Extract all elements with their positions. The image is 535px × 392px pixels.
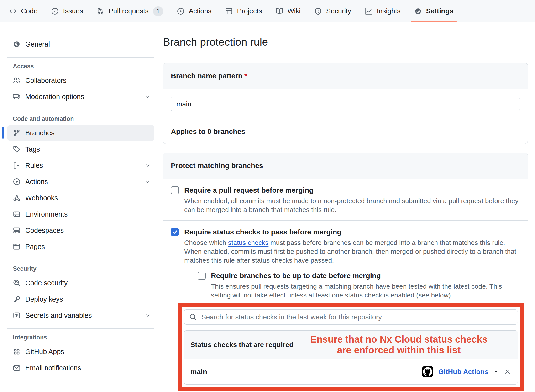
rule-label[interactable]: Require status checks to pass before mer… — [184, 227, 520, 237]
rule-label[interactable]: Require branches to be up to date before… — [211, 271, 520, 281]
protect-matching-branches-card: Protect matching branches Require a pull… — [163, 153, 528, 392]
webhook-icon — [13, 194, 21, 202]
pull-request-icon — [97, 7, 104, 15]
chevron-down-icon — [145, 312, 151, 319]
rule-description-pre: Choose which — [184, 239, 228, 246]
applies-to-branches: Applies to 0 branches — [163, 119, 528, 144]
tab-label: Pull requests — [109, 7, 149, 15]
branch-name-pattern-input[interactable] — [171, 97, 520, 111]
branch-name-pattern-card: Branch name pattern* Applies to 0 branch… — [163, 63, 528, 144]
sidebar-item-label: Deploy keys — [25, 295, 63, 303]
tag-icon — [13, 145, 21, 153]
sidebar-item-label: General — [25, 40, 50, 48]
sidebar-item-branches[interactable]: Branches — [7, 125, 154, 141]
remove-status-check-icon[interactable] — [504, 368, 511, 376]
sidebar-item-pages[interactable]: Pages — [7, 239, 154, 254]
pull-request-count-badge: 1 — [153, 6, 163, 16]
discussion-icon — [13, 93, 21, 101]
tab-projects[interactable]: Projects — [225, 0, 262, 22]
server-icon — [13, 210, 21, 218]
annotation-line-2: are enforced within this list — [294, 345, 504, 355]
code-icon — [9, 7, 17, 15]
sidebar-item-label: Pages — [25, 243, 45, 251]
gear-icon — [13, 40, 21, 48]
sidebar-item-codespaces[interactable]: Codespaces — [7, 222, 154, 238]
sidebar-item-webhooks[interactable]: Webhooks — [7, 190, 154, 206]
tab-label: Settings — [426, 7, 453, 15]
asterisk-box-icon — [13, 312, 21, 319]
status-check-name: main — [190, 368, 207, 376]
sidebar-item-secrets-variables[interactable]: Secrets and variables — [7, 307, 154, 323]
sidebar-item-collaborators[interactable]: Collaborators — [7, 73, 154, 88]
branch-name-pattern-header: Branch name pattern* — [163, 63, 528, 89]
browser-icon — [13, 243, 21, 250]
annotation-highlight-box: Status checks that are required Ensure t… — [178, 303, 524, 391]
tab-insights[interactable]: Insights — [365, 0, 401, 22]
branch-name-pattern-label: Branch name pattern — [171, 72, 242, 80]
graph-icon — [365, 7, 372, 15]
chevron-down-icon — [145, 94, 151, 100]
shield-icon — [314, 7, 322, 15]
chevron-down-icon — [145, 162, 151, 169]
tab-settings[interactable]: Settings — [414, 0, 453, 22]
git-branch-icon — [13, 129, 21, 137]
annotation-text: Ensure that no Nx Cloud status checks ar… — [294, 334, 511, 355]
issue-icon — [51, 7, 59, 15]
tab-code[interactable]: Code — [9, 0, 37, 22]
sidebar-item-tags[interactable]: Tags — [7, 141, 154, 157]
sidebar-item-label: Codespaces — [25, 227, 64, 234]
protect-matching-branches-header: Protect matching branches — [163, 153, 528, 179]
tab-pull-requests[interactable]: Pull requests 1 — [97, 0, 163, 22]
sidebar-item-label: Webhooks — [25, 194, 58, 202]
caret-down-icon[interactable] — [494, 369, 498, 374]
status-checks-link[interactable]: status checks — [228, 239, 269, 246]
tab-label: Insights — [377, 7, 401, 15]
sidebar-item-moderation-options[interactable]: Moderation options — [7, 89, 154, 105]
sidebar-item-code-security[interactable]: Code security — [7, 275, 154, 291]
sidebar-divider — [7, 328, 154, 329]
tab-label: Code — [21, 7, 37, 15]
sidebar-item-label: Actions — [25, 178, 48, 186]
sidebar-item-general[interactable]: General — [7, 36, 154, 52]
play-icon — [13, 178, 21, 185]
book-icon — [276, 7, 283, 15]
tab-wiki[interactable]: Wiki — [276, 0, 301, 22]
status-check-row: main GitHub Actions — [184, 359, 518, 384]
sidebar-item-rules[interactable]: Rules — [7, 158, 154, 173]
rule-require-status-checks: Require status checks to pass before mer… — [163, 220, 528, 392]
rule-label[interactable]: Require a pull request before merging — [184, 185, 520, 195]
sidebar-section-title-integrations: Integrations — [13, 334, 154, 341]
github-actions-avatar — [422, 366, 433, 377]
code-scan-icon — [13, 279, 21, 287]
sidebar-item-deploy-keys[interactable]: Deploy keys — [7, 291, 154, 307]
sidebar-section-title-access: Access — [13, 63, 154, 70]
key-icon — [13, 295, 21, 303]
rule-description: When enabled, all commits must be made t… — [184, 196, 520, 214]
sidebar-item-email-notifications[interactable]: Email notifications — [7, 360, 154, 376]
tab-issues[interactable]: Issues — [51, 0, 83, 22]
require-status-checks-checkbox[interactable] — [171, 228, 179, 236]
mail-icon — [13, 364, 21, 372]
sidebar-item-label: Branches — [25, 129, 55, 137]
required-status-checks-list: Status checks that are required Ensure t… — [184, 330, 518, 385]
tab-security[interactable]: Security — [314, 0, 351, 22]
sidebar-divider — [7, 57, 154, 58]
require-pull-request-checkbox[interactable] — [171, 186, 179, 194]
sidebar-item-github-apps[interactable]: GitHub Apps — [7, 344, 154, 360]
repo-tab-bar: Code Issues Pull requests 1 Actions Proj… — [0, 0, 535, 22]
apps-grid-icon — [13, 348, 21, 355]
tab-label: Projects — [237, 7, 262, 15]
tab-label: Issues — [63, 7, 83, 15]
sidebar-item-environments[interactable]: Environments — [7, 206, 154, 222]
rule-description: This ensures pull requests targeting a m… — [211, 282, 520, 300]
status-check-source-link[interactable]: GitHub Actions — [438, 368, 488, 376]
rules-icon — [13, 162, 21, 169]
sidebar-item-label: Email notifications — [25, 364, 81, 372]
sub-rule-up-to-date: Require branches to be up to date before… — [198, 271, 520, 300]
sidebar-item-actions[interactable]: Actions — [7, 174, 154, 190]
status-checks-search-input[interactable] — [184, 309, 518, 325]
require-up-to-date-checkbox[interactable] — [198, 272, 206, 280]
status-checks-required-label: Status checks that are required — [190, 341, 294, 349]
tab-actions[interactable]: Actions — [177, 0, 211, 22]
sidebar-section-title-security: Security — [13, 265, 154, 272]
